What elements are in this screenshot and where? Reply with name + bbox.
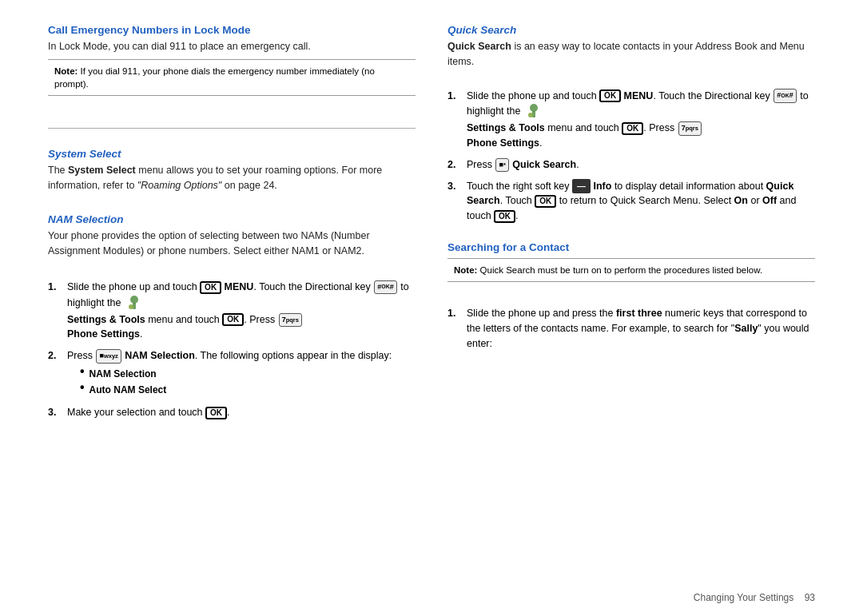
nam-selection-bold: NAM Selection (125, 350, 195, 361)
menu-label-1: MENU (225, 281, 254, 292)
footer-page: 93 (805, 592, 815, 603)
nam-step-1: 1. Slide the phone up and touch OK MENU.… (48, 280, 416, 342)
svg-point-3 (530, 104, 538, 112)
nam-steps: 1. Slide the phone up and touch OK MENU.… (48, 280, 416, 427)
emergency-section: Call Emergency Numbers in Lock Mode In L… (48, 24, 416, 101)
system-select-title: System Select (48, 148, 416, 160)
qs-step-2: 2. Press ■* Quick Search. (447, 157, 815, 173)
phone-settings-qs: Phone Settings (467, 137, 539, 149)
step-content-3: Make your selection and touch OK. (67, 405, 416, 420)
emergency-note-text: If you dial 911, your phone dials the em… (54, 66, 375, 89)
system-select-bold: System Select (68, 165, 136, 176)
hash-key-qs: # OK # (774, 89, 797, 103)
emergency-note-box: Note: If you dial 911, your phone dials … (48, 59, 416, 96)
key-7pqrs-1: 7pqrs (279, 313, 302, 328)
hash-key-1: # OK # (374, 280, 397, 295)
qs-step-3: 3. Touch the right soft key — Info to di… (447, 179, 815, 224)
info-label: Info (594, 181, 612, 192)
minus-btn-info: — (572, 179, 591, 194)
phone-settings-1: Phone Settings (67, 328, 140, 340)
note2-text: Quick Search must be turn on to perform … (477, 265, 762, 275)
ok-button-2: OK (222, 313, 244, 326)
qs-step-content-3: Touch the right soft key — Info to displ… (467, 179, 815, 224)
qs-step-num-3: 3. (447, 179, 462, 224)
emergency-note-label: Note: (54, 66, 78, 76)
bullet-label-2: Auto NAM Select (89, 383, 167, 397)
step-content-1: Slide the phone up and touch OK MENU. To… (67, 280, 416, 342)
on-label: On (734, 195, 748, 206)
tools-icon-1 (125, 295, 143, 312)
quick-search-section: Quick Search Quick Search is an easy way… (447, 24, 815, 70)
key-7pqrs-qs: 7pqrs (678, 121, 702, 136)
footer-text: Changing Your Settings 93 (694, 592, 815, 603)
footer: Changing Your Settings 93 (0, 586, 863, 616)
bullet-auto-nam: • Auto NAM Select (80, 383, 416, 397)
nam-title: NAM Selection (48, 213, 416, 225)
searching-section: Searching for a Contact Note: Quick Sear… (447, 241, 815, 287)
off-label: Off (762, 195, 777, 206)
key-nam: ■wxyz (96, 349, 121, 364)
nam-bullet-list: • NAM Selection • Auto NAM Select (67, 367, 416, 397)
quick-search-bold: Quick Search (447, 41, 511, 52)
qs-step-1: 1. Slide the phone up and touch OK MENU.… (447, 89, 815, 151)
divider-1 (48, 128, 416, 129)
tools-icon-qs (525, 103, 543, 121)
nam-step-3: 3. Make your selection and touch OK. (48, 405, 416, 420)
ok-qs-3: OK (535, 195, 556, 208)
qs-step-content-2: Press ■* Quick Search. (467, 157, 815, 173)
quick-search-steps: 1. Slide the phone up and touch OK MENU.… (447, 89, 815, 230)
nam-section: NAM Selection Your phone provides the op… (48, 213, 416, 259)
step-num-1: 1. (48, 280, 62, 342)
content-area: Call Emergency Numbers in Lock Mode In L… (0, 0, 863, 586)
emergency-title: Call Emergency Numbers in Lock Mode (48, 24, 416, 36)
ok-button-1: OK (200, 281, 221, 294)
quick-search-bold-2: Quick Search (512, 159, 576, 170)
svg-point-0 (130, 296, 138, 304)
settings-tools-1: Settings & Tools (67, 314, 145, 325)
bullet-nam-selection: • NAM Selection (80, 367, 416, 381)
quick-search-title: Quick Search (447, 24, 815, 36)
contact-steps: 1. Slide the phone up and press the firs… (447, 306, 815, 357)
searching-title: Searching for a Contact (447, 241, 815, 253)
step-num-2: 2. (48, 348, 62, 399)
left-column: Call Emergency Numbers in Lock Mode In L… (48, 24, 416, 570)
system-select-body: The System Select menu allows you to set… (48, 163, 416, 193)
page-container: Call Emergency Numbers in Lock Mode In L… (0, 0, 863, 616)
contact-step-1: 1. Slide the phone up and press the firs… (447, 306, 815, 351)
qs-menu-label: MENU (624, 90, 654, 101)
note2-label: Note: (454, 265, 477, 275)
step-num-3: 3. (48, 405, 62, 420)
first-three-bold: first three (616, 308, 662, 319)
note-box-2: Note: Quick Search must be turn on to pe… (447, 258, 815, 282)
bullet-label-1: NAM Selection (89, 367, 157, 381)
key-qs-2: ■* (495, 158, 508, 173)
quick-search-body: Quick Search is an easy way to locate co… (447, 39, 815, 70)
step-content-2: Press ■wxyz NAM Selection. The following… (67, 348, 416, 399)
nam-body: Your phone provides the option of select… (48, 229, 416, 259)
ok-qs-1: OK (599, 89, 621, 102)
footer-label: Changing Your Settings (694, 592, 793, 603)
ok-button-3: OK (205, 407, 227, 419)
sally-bold: Sally (734, 323, 758, 334)
emergency-body: In Lock Mode, you can dial 911 to place … (48, 39, 416, 54)
roaming-ref: "Roaming Options" (137, 180, 221, 191)
ok-qs-4: OK (494, 210, 515, 223)
contact-step-num-1: 1. (447, 306, 462, 351)
settings-tools-qs: Settings & Tools (467, 122, 545, 133)
contact-step-content-1: Slide the phone up and press the first t… (467, 306, 815, 351)
qs-step-content-1: Slide the phone up and touch OK MENU. To… (467, 89, 815, 151)
svg-point-2 (129, 304, 133, 309)
nam-step-2: 2. Press ■wxyz NAM Selection. The follow… (48, 348, 416, 399)
svg-point-5 (528, 113, 533, 117)
right-column: Quick Search Quick Search is an easy way… (447, 24, 815, 570)
ok-qs-2: OK (622, 122, 643, 135)
qs-step-num-2: 2. (447, 157, 462, 173)
qs-step-num-1: 1. (447, 89, 462, 151)
system-select-section: System Select The System Select menu all… (48, 148, 416, 193)
